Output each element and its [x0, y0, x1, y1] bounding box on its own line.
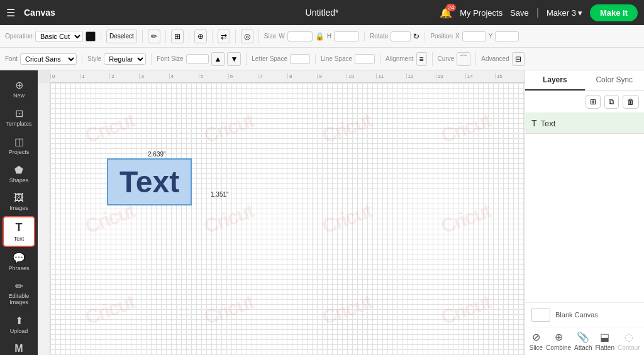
text-element-content: Text: [119, 165, 179, 199]
size-h-input[interactable]: 1.351: [334, 31, 359, 41]
align-button[interactable]: ⊞: [171, 30, 184, 43]
sidebar-item-images[interactable]: 🖼 Images: [3, 188, 35, 215]
text-icon: T: [16, 221, 23, 234]
font-size-group: Font Size 72 ▲ ▼: [157, 52, 247, 66]
operation-select[interactable]: Basic Cut: [35, 31, 83, 42]
tab-layers[interactable]: Layers: [525, 70, 585, 90]
line-space-group: Line Space 1: [321, 54, 380, 64]
panel-delete-button[interactable]: 🗑: [623, 95, 639, 109]
my-projects-button[interactable]: My Projects: [460, 8, 502, 18]
sidebar-item-phrases[interactable]: 💬 Phrases: [3, 248, 35, 275]
combine-button[interactable]: ⊕ Combine: [546, 331, 571, 351]
text-toolbar: Font Cricut Sans Style Regular Font Size…: [0, 48, 644, 70]
sidebar-item-upload[interactable]: ⬆ Upload: [3, 311, 35, 338]
line-space-input[interactable]: 1: [355, 54, 375, 64]
dimension-height-label: 1.351": [211, 191, 229, 198]
panel-toolbar: ⊞ ⧉ 🗑: [525, 91, 644, 113]
attach-button[interactable]: 📎 Attach: [574, 331, 592, 351]
canvas-area[interactable]: 0 1 2 3 4 5 6 7 8 9 10 11 12 13 14 15: [38, 70, 525, 355]
text-element[interactable]: Text: [107, 158, 192, 205]
ruler-vertical: [38, 83, 50, 355]
templates-icon: ⊡: [15, 107, 23, 119]
font-size-up-button[interactable]: ▲: [211, 52, 225, 66]
letter-space-input[interactable]: 0: [290, 54, 310, 64]
combine-icon: ⊕: [555, 331, 563, 343]
rotate-icon: ↻: [413, 32, 419, 41]
font-label: Font: [5, 55, 18, 62]
curve-group: Curve ⌒: [438, 52, 477, 66]
panel-spacer: [525, 134, 644, 302]
flatten-button[interactable]: ⬓ Flatten: [595, 331, 614, 351]
group-icon: ⊞: [590, 97, 596, 106]
alignment-group: Alignment ≡: [386, 52, 432, 66]
slice-icon: ⊘: [532, 331, 540, 343]
main-toolbar: Operation Basic Cut Deselect ✏ ⊞ ⊕ ⇄ ◎: [0, 25, 644, 48]
position-y-input[interactable]: 4.003: [495, 31, 519, 41]
tab-color-sync[interactable]: Color Sync: [585, 70, 645, 90]
sidebar-item-monogram[interactable]: M Monogram: [3, 339, 35, 355]
alignment-button[interactable]: ≡: [416, 52, 427, 66]
offset-icon: ◎: [244, 32, 250, 41]
sidebar-item-templates[interactable]: ⊡ Templates: [3, 104, 35, 131]
style-select[interactable]: Regular: [104, 53, 146, 65]
curve-label: Curve: [438, 55, 455, 62]
ruler-horizontal: 0 1 2 3 4 5 6 7 8 9 10 11 12 13 14 15: [50, 70, 525, 83]
deselect-group: Deselect: [106, 30, 143, 43]
blank-canvas-row: Blank Canvas: [525, 302, 644, 327]
chevron-down-icon: ▾: [578, 8, 582, 18]
color-swatch[interactable]: [86, 31, 96, 41]
phrases-icon: 💬: [13, 252, 25, 264]
font-select[interactable]: Cricut Sans: [20, 53, 77, 65]
sidebar-item-new[interactable]: ⊕ New: [3, 75, 35, 102]
sidebar-item-text[interactable]: T Text: [3, 216, 35, 247]
font-size-label: Font Size: [157, 55, 183, 62]
ruler-ticks: 0 1 2 3 4 5 6 7 8 9 10 11 12 13 14 15: [50, 74, 525, 79]
blank-canvas-swatch: [531, 308, 550, 322]
rotate-input[interactable]: 0: [391, 31, 411, 41]
right-panel: Layers Color Sync ⊞ ⧉ 🗑 T Text Blank Can…: [525, 70, 644, 355]
panel-duplicate-button[interactable]: ⧉: [604, 95, 619, 109]
canvas-grid[interactable]: Cricut Cricut Cricut Cricut Cricut Cricu…: [50, 83, 525, 355]
sidebar-item-shapes[interactable]: ⬟ Shapes: [3, 160, 35, 187]
size-label: Size: [264, 33, 276, 40]
rotate-group: Rotate 0 ↻: [370, 31, 425, 41]
notification-bell[interactable]: 🔔 24: [440, 7, 452, 19]
rotate-label: Rotate: [370, 33, 388, 40]
editable-images-icon: ✏: [15, 280, 23, 292]
advanced-group: Advanced ⊟: [481, 52, 529, 66]
contour-icon: ◌: [625, 331, 633, 343]
deselect-button[interactable]: Deselect: [106, 30, 137, 43]
advanced-button[interactable]: ⊟: [512, 52, 525, 66]
size-w-input[interactable]: 2.639: [287, 31, 313, 41]
menu-icon[interactable]: ☰: [6, 7, 15, 19]
notif-badge: 24: [446, 4, 456, 11]
flatten-icon: ⬓: [600, 331, 609, 343]
font-size-input[interactable]: 72: [186, 54, 209, 64]
letter-space-label: Letter Space: [252, 55, 287, 62]
edit-button[interactable]: ✏: [148, 30, 160, 43]
attach-icon: 📎: [577, 331, 589, 343]
flip-button[interactable]: ⇄: [218, 30, 230, 43]
arrange-button[interactable]: ⊕: [194, 30, 207, 43]
position-group: Position X 1.056 Y 4.003: [430, 31, 524, 41]
lock-icon: 🔒: [315, 32, 325, 41]
canvas-content[interactable]: Cricut Cricut Cricut Cricut Cricut Cricu…: [50, 83, 525, 355]
maker-button[interactable]: Maker 3 ▾: [547, 8, 582, 18]
size-w-label: W: [279, 33, 284, 40]
save-button[interactable]: Save: [510, 8, 529, 18]
sidebar-item-editable-images[interactable]: ✏ Editable Images: [3, 276, 35, 310]
position-x-input[interactable]: 1.056: [462, 31, 486, 41]
contour-button: ◌ Contour: [618, 331, 640, 351]
layer-text-label: Text: [541, 119, 556, 128]
make-it-button[interactable]: Make It: [590, 4, 638, 21]
deselect-label: Deselect: [109, 33, 134, 40]
offset-button[interactable]: ◎: [241, 30, 253, 43]
slice-button[interactable]: ⊘ Slice: [529, 331, 543, 351]
layer-item-text[interactable]: T Text: [525, 113, 644, 134]
font-size-down-button[interactable]: ▼: [227, 52, 241, 66]
panel-group-button[interactable]: ⊞: [586, 95, 601, 109]
sidebar-item-projects[interactable]: ◫ Projects: [3, 132, 35, 159]
curve-button[interactable]: ⌒: [457, 52, 470, 66]
projects-icon: ◫: [14, 136, 24, 148]
style-label: Style: [87, 55, 101, 62]
